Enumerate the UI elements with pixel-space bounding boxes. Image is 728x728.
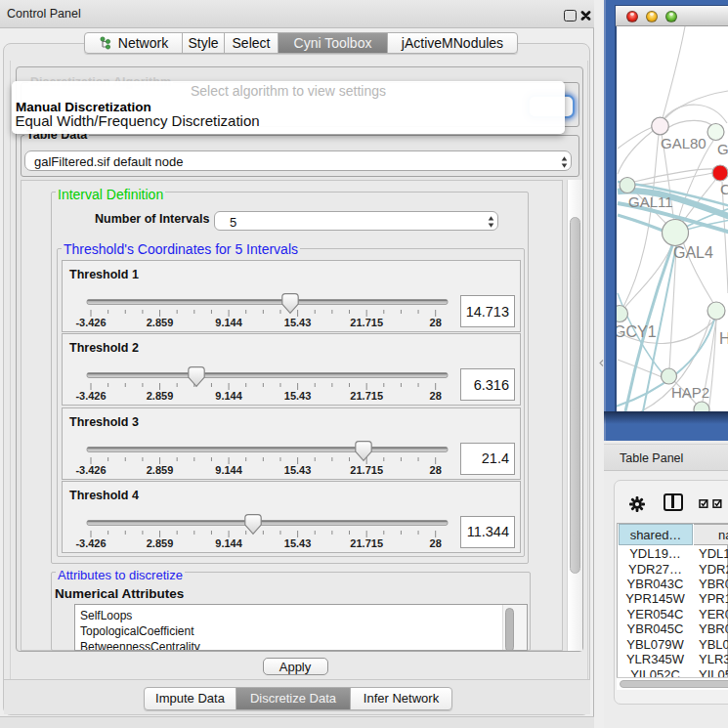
svg-text:G.: G. [717,141,728,157]
svg-text:C: C [720,181,728,197]
svg-text:GAL4: GAL4 [673,244,713,261]
svg-text:GAL11: GAL11 [628,193,673,210]
svg-text:HAP2: HAP2 [671,384,709,401]
svg-text:GCY1: GCY1 [617,323,657,340]
svg-text:H: H [719,330,728,347]
svg-text:GAL80: GAL80 [661,135,707,151]
